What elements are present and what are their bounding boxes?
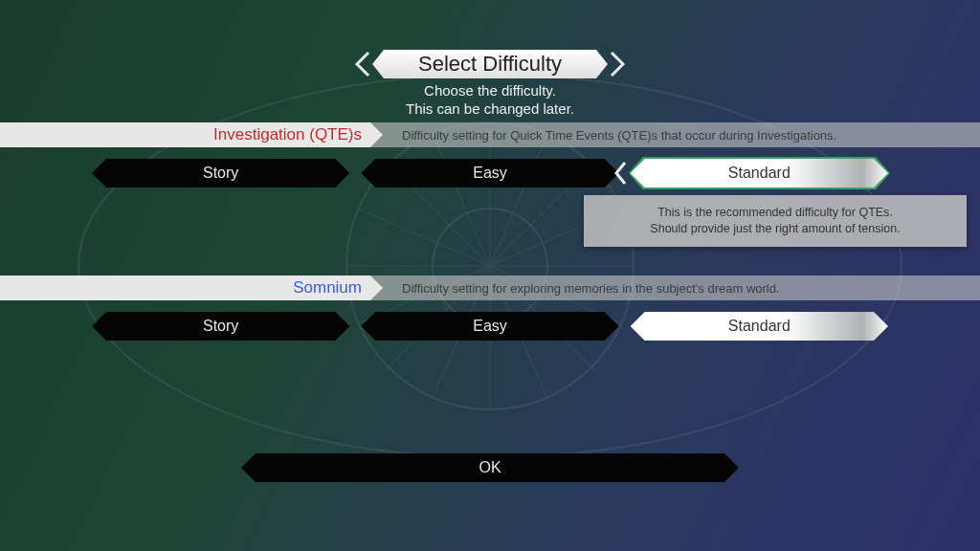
option-row-somnium: Story Easy Standard — [0, 312, 980, 341]
section-header-somnium: Somnium Difficulty setting for exploring… — [0, 276, 980, 300]
subtitle-line: Choose the difficulty. — [424, 82, 556, 99]
ok-button-wrap: OK — [241, 453, 739, 482]
tooltip-investigation-standard: This is the recommended difficulty for Q… — [584, 195, 967, 247]
svg-line-9 — [358, 209, 622, 323]
section-description-somnium: Difficulty setting for exploring memorie… — [402, 281, 780, 296]
option-row-investigation: Story Easy Standard — [0, 159, 980, 187]
section-description-investigation: Difficulty setting for Quick Time Events… — [402, 128, 836, 143]
section-header-investigation: Investigation (QTE)s Difficulty setting … — [0, 122, 980, 147]
chevron-left-icon[interactable] — [351, 50, 372, 78]
chevron-right-icon[interactable] — [608, 50, 629, 78]
subtitle: Choose the difficulty. This can be chang… — [0, 82, 980, 119]
ok-button[interactable]: OK — [241, 453, 739, 482]
option-investigation-standard-wrap[interactable]: Standard — [631, 159, 888, 187]
option-somnium-easy[interactable]: Easy — [361, 312, 618, 341]
option-investigation-story[interactable]: Story — [92, 159, 349, 187]
section-label-somnium: Somnium — [0, 276, 383, 300]
section-label-investigation: Investigation (QTE)s — [0, 122, 383, 147]
option-somnium-standard[interactable]: Standard — [631, 312, 888, 341]
svg-point-10 — [433, 209, 547, 323]
option-investigation-easy[interactable]: Easy — [361, 159, 618, 187]
tooltip-line: Should provide just the right amount of … — [650, 222, 900, 235]
page-title: Select Difficulty — [372, 50, 608, 78]
svg-line-8 — [358, 209, 622, 323]
title-bar: Select Difficulty — [351, 50, 629, 78]
chevron-left-icon — [612, 159, 629, 187]
tooltip-line: This is the recommended difficulty for Q… — [657, 206, 893, 219]
subtitle-line: This can be changed later. — [406, 100, 574, 117]
option-investigation-standard[interactable]: Standard — [631, 159, 888, 187]
option-somnium-story[interactable]: Story — [92, 312, 349, 341]
